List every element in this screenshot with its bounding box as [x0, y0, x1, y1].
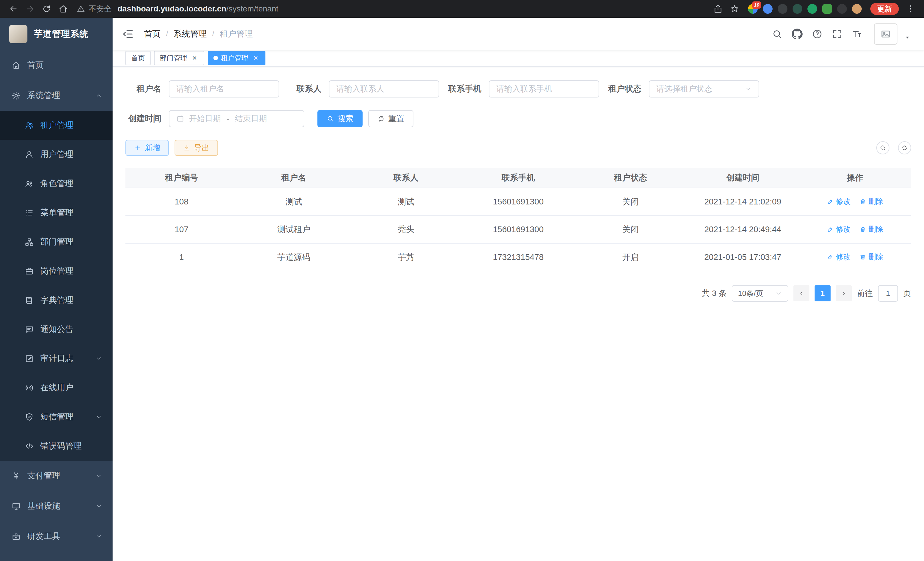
profile-avatar-icon[interactable] — [852, 4, 862, 14]
sidebar-item-audit-log[interactable]: 审计日志 — [0, 344, 112, 373]
search-button[interactable]: 搜索 — [317, 110, 363, 127]
sidebar-item-post[interactable]: 岗位管理 — [0, 256, 112, 286]
reload-icon[interactable] — [39, 1, 54, 17]
breadcrumb-item[interactable]: 系统管理 — [174, 28, 207, 40]
extension-icon[interactable]: 10 — [748, 4, 758, 14]
gear-icon — [11, 91, 21, 100]
date-range-input[interactable]: 开始日期 - 结束日期 — [169, 110, 304, 127]
tag-close-icon[interactable]: × — [190, 54, 199, 62]
cell-mobile: 17321315478 — [462, 243, 574, 271]
extension-icon[interactable] — [793, 4, 802, 14]
extension-icon[interactable] — [822, 4, 832, 14]
cell-id: 108 — [125, 188, 238, 216]
sidebar-item-dict[interactable]: 字典管理 — [0, 286, 112, 315]
delete-link[interactable]: 删除 — [860, 196, 884, 206]
sidebar-item-error-code[interactable]: 错误码管理 — [0, 432, 112, 461]
contact-input[interactable] — [329, 80, 439, 98]
sidebar-item-label: 研发工具 — [27, 531, 60, 542]
sidebar-item-menu[interactable]: 菜单管理 — [0, 198, 112, 227]
cell-contact: 芋艿 — [350, 243, 462, 271]
mobile-input[interactable] — [489, 80, 599, 98]
address-bar[interactable]: 不安全 dashboard.yudao.iocoder.cn/system/te… — [72, 4, 709, 14]
column-header: 租户编号 — [125, 168, 238, 188]
extension-icon[interactable] — [763, 4, 772, 14]
chevron-down-icon — [775, 290, 782, 297]
tenant-name-input[interactable] — [169, 80, 279, 98]
toggle-search-button[interactable] — [876, 141, 890, 154]
github-icon[interactable] — [792, 29, 802, 39]
table-row: 1芋道源码芋艿17321315478开启2021-01-05 17:03:47修… — [125, 243, 911, 271]
extensions-toolbar: 10 — [748, 4, 862, 14]
sidebar-item-infra[interactable]: 基础设施 — [0, 491, 112, 521]
edit-icon — [827, 198, 834, 205]
fullscreen-icon[interactable] — [832, 29, 843, 39]
share-icon[interactable] — [710, 1, 726, 17]
sidebar-item-user[interactable]: 用户管理 — [0, 140, 112, 169]
sidebar-item-notice[interactable]: 通知公告 — [0, 315, 112, 344]
caret-down-icon[interactable] — [904, 34, 911, 41]
delete-link[interactable]: 删除 — [860, 224, 884, 234]
filter-contact: 联系人 — [285, 80, 439, 98]
sidebar-item-label: 角色管理 — [40, 178, 74, 189]
toolbar-right — [876, 141, 911, 154]
sidebar-item-label: 通知公告 — [40, 324, 74, 335]
add-button-label: 新增 — [145, 143, 160, 153]
sidebar-item-system[interactable]: 系统管理 — [0, 80, 112, 111]
tag-label: 租户管理 — [221, 53, 248, 63]
app-title: 芋道管理系统 — [34, 28, 88, 40]
edit-link[interactable]: 修改 — [827, 224, 851, 234]
sidebar-item-sms[interactable]: 短信管理 — [0, 402, 112, 432]
reset-button[interactable]: 重置 — [368, 110, 413, 127]
tag-close-icon[interactable]: × — [252, 54, 260, 62]
kebab-menu-icon[interactable] — [903, 1, 918, 17]
sidebar-item-pay[interactable]: 支付管理 — [0, 461, 112, 491]
filter-create-time: 创建时间 开始日期 - 结束日期 — [125, 110, 304, 127]
status-select[interactable]: 请选择租户状态 — [649, 80, 759, 98]
logo[interactable]: 芋道管理系统 — [0, 18, 112, 50]
extension-icon[interactable] — [837, 4, 847, 14]
edit-link[interactable]: 修改 — [827, 252, 851, 262]
sidebar-item-label: 菜单管理 — [40, 207, 74, 218]
filter-label: 联系手机 — [446, 83, 489, 95]
page-number-button[interactable]: 1 — [814, 285, 831, 301]
export-button[interactable]: 导出 — [175, 140, 218, 156]
cell-mobile: 15601691300 — [462, 216, 574, 243]
home-icon[interactable] — [56, 1, 71, 17]
tag-item[interactable]: 首页 — [125, 51, 151, 65]
sidebar-item-role[interactable]: 角色管理 — [0, 169, 112, 198]
avatar[interactable] — [874, 23, 897, 45]
font-size-icon[interactable] — [852, 29, 862, 39]
delete-link[interactable]: 删除 — [860, 252, 884, 262]
yen-icon — [11, 471, 21, 481]
breadcrumb-item[interactable]: 首页 — [144, 28, 160, 40]
add-button[interactable]: 新增 — [125, 140, 169, 156]
tag-active[interactable]: 租户管理× — [208, 51, 266, 65]
next-page-button[interactable] — [836, 285, 852, 301]
cell-created: 2021-01-05 17:03:47 — [687, 243, 799, 271]
sidebar-item-dept[interactable]: 部门管理 — [0, 227, 112, 256]
extension-icon[interactable] — [807, 4, 817, 14]
cell-id: 1 — [125, 243, 238, 271]
bookmark-star-icon[interactable] — [727, 1, 742, 17]
sidebar-item-online-user[interactable]: 在线用户 — [0, 373, 112, 402]
sidebar-item-home[interactable]: 首页 — [0, 50, 112, 80]
search-icon[interactable] — [772, 29, 783, 39]
goto-page-input[interactable] — [878, 285, 898, 302]
edit-icon — [827, 254, 834, 260]
update-button[interactable]: 更新 — [870, 3, 899, 15]
page-size-select[interactable]: 10条/页 — [732, 285, 788, 302]
sidebar-toggle-icon[interactable] — [122, 28, 134, 40]
extension-icon[interactable] — [778, 4, 788, 14]
forward-icon[interactable] — [22, 1, 38, 17]
back-icon[interactable] — [6, 1, 21, 17]
tag-item[interactable]: 部门管理× — [154, 51, 204, 65]
edit-link[interactable]: 修改 — [827, 196, 851, 206]
help-icon[interactable] — [812, 29, 823, 39]
refresh-table-button[interactable] — [898, 141, 911, 154]
sidebar-item-dev-tool[interactable]: 研发工具 — [0, 521, 112, 552]
cell-actions: 修改删除 — [799, 188, 911, 216]
sidebar-item-tenant[interactable]: 租户管理 — [0, 111, 112, 140]
chevron-down-icon — [95, 414, 102, 420]
prev-page-button[interactable] — [794, 285, 809, 301]
tenant-table: 租户编号租户名联系人联系手机租户状态创建时间操作 108测试测试15601691… — [125, 168, 911, 271]
